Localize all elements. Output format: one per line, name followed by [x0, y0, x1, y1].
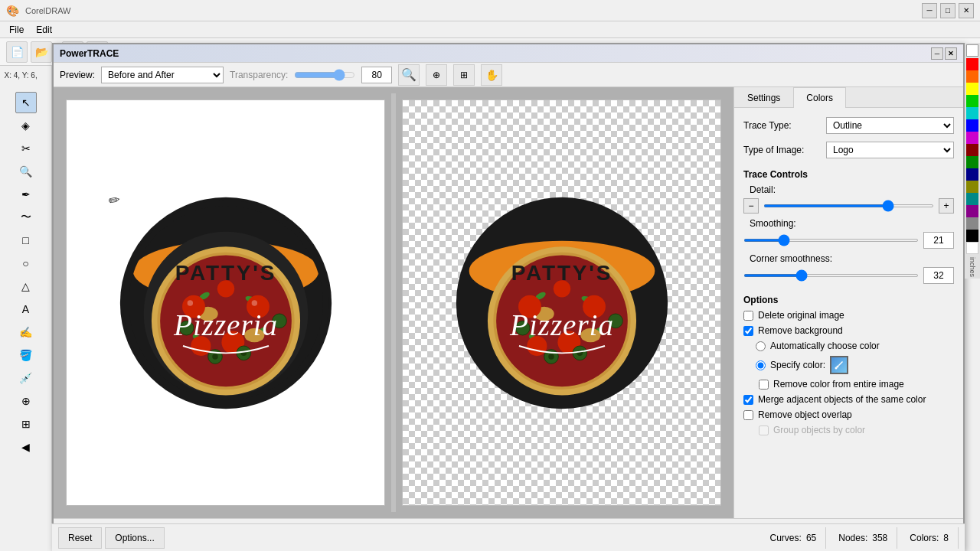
left-toolbar: X: 4, Y: 6, ↖ ◈ ✂ 🔍 ✒ 〜 □ ○ △ A ✍ 🪣 💉 ⊕ …: [0, 66, 52, 523]
image-type-select[interactable]: Logo: [826, 142, 954, 158]
interactive-tool[interactable]: ⊕: [15, 390, 37, 412]
palette-blue[interactable]: [966, 119, 978, 132]
merge-adjacent-checkbox[interactable]: [743, 395, 753, 405]
remove-background-row: Remove background: [743, 325, 954, 336]
crop-tool[interactable]: ✂: [15, 138, 37, 159]
inches-label: inches: [969, 257, 976, 277]
app-icon: 🎨: [6, 5, 19, 17]
palette-dark-red[interactable]: [966, 144, 978, 156]
detail-row: Detail: − +: [743, 184, 954, 214]
auto-choose-label: Automatically choose color: [770, 341, 880, 351]
palette-red[interactable]: [966, 58, 978, 70]
node-tool[interactable]: ◈: [15, 115, 37, 136]
image-type-label: Type of Image:: [743, 145, 820, 155]
tab-colors[interactable]: Colors: [793, 87, 846, 108]
tab-settings[interactable]: Settings: [734, 87, 793, 108]
palette-green[interactable]: [966, 95, 978, 107]
detail-minus-button[interactable]: −: [743, 198, 759, 214]
delete-original-row: Delete original image: [743, 310, 954, 321]
palette-gray[interactable]: [966, 217, 978, 230]
reset-button[interactable]: Reset: [58, 527, 102, 549]
transparency-slider[interactable]: [294, 69, 355, 81]
zoom-fit-button[interactable]: ⊞: [453, 64, 475, 86]
trace-controls-section: Trace Controls Detail: − +: [743, 166, 954, 284]
dialog-toolbar: Preview: Before and After Transparency: …: [54, 63, 963, 87]
corner-input[interactable]: 32: [923, 267, 954, 284]
palette-orange[interactable]: [966, 70, 978, 83]
smoothing-input[interactable]: 21: [923, 232, 954, 249]
zoom-tool[interactable]: 🔍: [15, 161, 37, 182]
zoom-input[interactable]: 80: [361, 67, 392, 83]
palette-olive[interactable]: [966, 181, 978, 193]
detail-label: Detail:: [750, 184, 776, 195]
freehand-tool[interactable]: ✒: [15, 184, 37, 205]
palette-none[interactable]: [966, 44, 978, 57]
rectangle-tool[interactable]: □: [15, 230, 37, 251]
colors-label: Colors:: [910, 533, 939, 543]
dialog-close[interactable]: ✕: [945, 47, 957, 60]
new-icon[interactable]: 📄: [6, 41, 28, 63]
dialog-minimize[interactable]: ─: [931, 47, 943, 60]
smoothing-slider[interactable]: [743, 239, 919, 242]
curves-stat: Curves: 65: [761, 527, 827, 549]
palette-white[interactable]: [966, 242, 978, 254]
delete-original-checkbox[interactable]: [743, 311, 753, 321]
group-by-color-checkbox[interactable]: [759, 425, 769, 435]
palette-dark-green[interactable]: [966, 156, 978, 168]
minimize-button[interactable]: ─: [922, 3, 937, 18]
options-button[interactable]: Options...: [105, 527, 164, 549]
preview-select[interactable]: Before and After: [101, 67, 224, 83]
palette-yellow[interactable]: [966, 83, 978, 95]
smart-tool[interactable]: 〜: [15, 207, 37, 228]
blend-tool[interactable]: ⊞: [15, 413, 37, 435]
smoothing-label: Smoothing:: [750, 218, 796, 229]
open-icon[interactable]: 📂: [31, 41, 52, 63]
pan-left[interactable]: ◀: [15, 436, 37, 458]
specify-color-row: Specify color:: [756, 356, 954, 374]
corner-slider[interactable]: [743, 274, 919, 277]
pencil-cursor-icon: ✏: [107, 191, 122, 210]
eyedropper-tool[interactable]: 💉: [15, 367, 37, 389]
options-title: Options: [743, 295, 954, 305]
maximize-button[interactable]: □: [940, 3, 956, 18]
zoom-out-button[interactable]: 🔍: [398, 64, 420, 86]
auto-choose-color-row: Automatically choose color: [756, 341, 954, 351]
pan-button[interactable]: ✋: [481, 64, 502, 86]
ellipse-tool[interactable]: ○: [15, 253, 37, 274]
close-app-button[interactable]: ✕: [959, 3, 974, 18]
palette-magenta[interactable]: [966, 132, 978, 144]
text-tool[interactable]: A: [15, 298, 37, 320]
status-bar: Reset Options... Curves: 65 Nodes: 358 C…: [52, 523, 965, 551]
detail-slider[interactable]: [763, 204, 934, 207]
powertrace-dialog: PowerTRACE ─ ✕ Preview: Before and After…: [52, 43, 965, 551]
auto-choose-radio[interactable]: [756, 341, 766, 351]
trace-type-row: Trace Type: Outline: [743, 117, 954, 134]
palette-black[interactable]: [966, 230, 978, 242]
fill-tool[interactable]: 🪣: [15, 344, 37, 366]
settings-content: Trace Type: Outline Type of Image: Logo: [734, 108, 963, 445]
specify-color-radio[interactable]: [756, 360, 766, 370]
remove-background-checkbox[interactable]: [743, 326, 753, 336]
zoom-in-button[interactable]: ⊕: [426, 64, 447, 86]
menu-file[interactable]: File: [3, 23, 30, 37]
palette-teal[interactable]: [966, 193, 978, 205]
remove-color-checkbox[interactable]: [759, 380, 769, 390]
preview-divider[interactable]: [391, 93, 396, 512]
remove-overlap-row: Remove object overlap: [743, 409, 954, 420]
menu-edit[interactable]: Edit: [30, 23, 58, 37]
palette-cyan[interactable]: [966, 107, 978, 119]
palette-purple[interactable]: [966, 205, 978, 217]
group-by-color-label: Group objects by color: [773, 425, 865, 435]
calligraphy-tool[interactable]: ✍: [15, 321, 37, 343]
polygon-tool[interactable]: △: [15, 276, 37, 297]
group-by-color-row: Group objects by color: [759, 425, 954, 435]
dialog-content: PATTY'S Pizzeria ✏: [54, 87, 963, 518]
delete-original-label: Delete original image: [758, 310, 844, 321]
palette-dark-blue[interactable]: [966, 168, 978, 181]
color-picker-button[interactable]: [830, 356, 848, 374]
remove-overlap-checkbox[interactable]: [743, 410, 753, 420]
detail-plus-button[interactable]: +: [939, 198, 954, 214]
select-tool[interactable]: ↖: [15, 92, 37, 113]
trace-type-select[interactable]: Outline: [826, 117, 954, 134]
smoothing-row: Smoothing: 21: [743, 218, 954, 249]
